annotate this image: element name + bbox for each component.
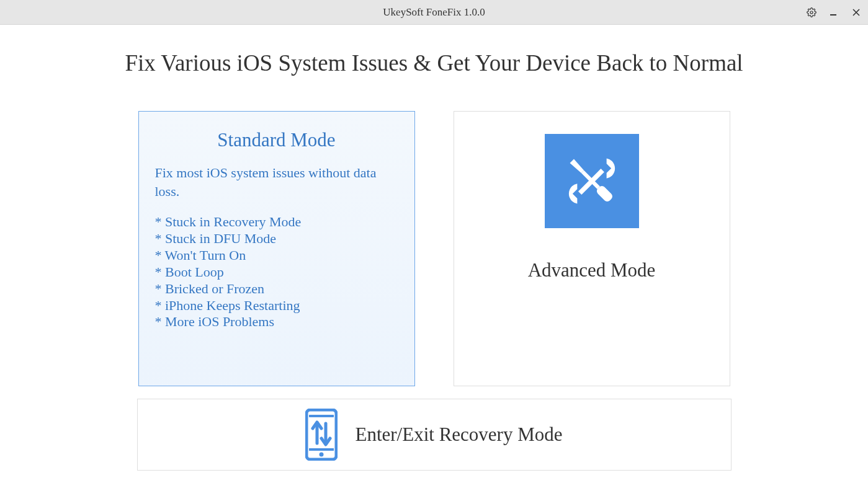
advanced-mode-title: Advanced Mode — [528, 259, 656, 281]
list-item: * Won't Turn On — [155, 247, 398, 264]
list-item: * More iOS Problems — [155, 314, 398, 330]
advanced-mode-card[interactable]: Advanced Mode — [454, 111, 730, 386]
minimize-icon[interactable] — [828, 7, 839, 18]
svg-rect-17 — [309, 416, 334, 450]
list-item: * Stuck in Recovery Mode — [155, 214, 398, 231]
standard-mode-title: Standard Mode — [155, 129, 398, 151]
tools-icon — [545, 134, 639, 228]
standard-mode-description: Fix most iOS system issues without data … — [155, 164, 398, 200]
list-item: * iPhone Keeps Restarting — [155, 298, 398, 314]
mode-cards: Standard Mode Fix most iOS system issues… — [0, 111, 868, 386]
recovery-mode-card[interactable]: Enter/Exit Recovery Mode — [137, 399, 732, 471]
svg-rect-1 — [830, 14, 836, 16]
standard-mode-list: * Stuck in Recovery Mode * Stuck in DFU … — [155, 214, 398, 330]
titlebar: UkeySoft FoneFix 1.0.0 — [0, 0, 868, 25]
main-content: Fix Various iOS System Issues & Get Your… — [0, 25, 868, 471]
list-item: * Bricked or Frozen — [155, 281, 398, 298]
recovery-mode-title: Enter/Exit Recovery Mode — [355, 423, 562, 446]
window-title: UkeySoft FoneFix 1.0.0 — [383, 6, 485, 19]
page-title: Fix Various iOS System Issues & Get Your… — [0, 50, 868, 76]
svg-point-20 — [320, 453, 324, 457]
settings-icon[interactable] — [806, 7, 817, 18]
list-item: * Boot Loop — [155, 264, 398, 281]
window-controls — [806, 0, 862, 25]
phone-transfer-icon — [305, 409, 338, 461]
svg-point-0 — [810, 11, 813, 14]
standard-mode-card[interactable]: Standard Mode Fix most iOS system issues… — [138, 111, 415, 386]
close-icon[interactable] — [851, 7, 862, 18]
list-item: * Stuck in DFU Mode — [155, 231, 398, 247]
